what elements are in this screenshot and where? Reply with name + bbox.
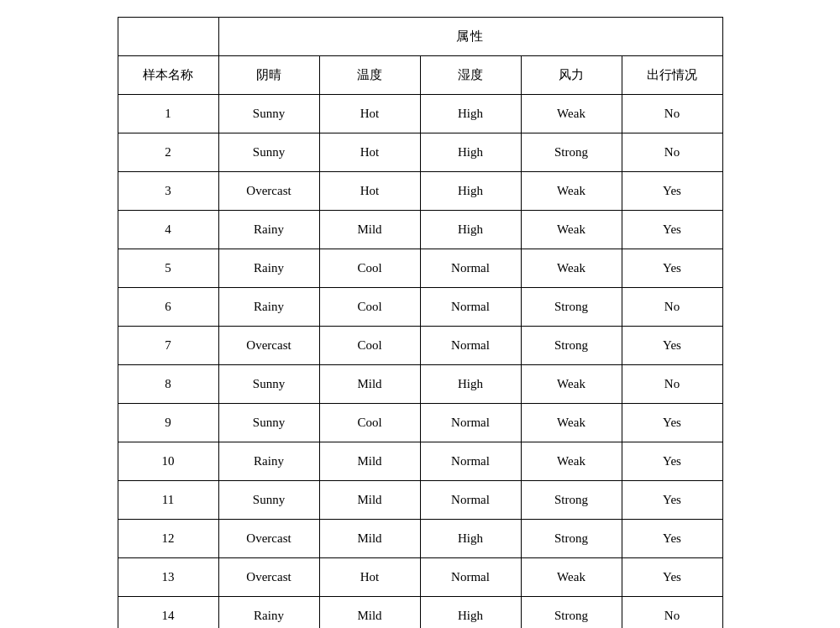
- table-row: 7OvercastCoolNormalStrongYes: [118, 327, 722, 365]
- table-row: 5RainyCoolNormalWeakYes: [118, 249, 722, 288]
- row-col2: Cool: [319, 249, 420, 288]
- data-table: 属性 样本名称 阴晴 温度 湿度 风力 出行情况 1SunnyHotHighWe…: [118, 17, 723, 628]
- row-col1: Overcast: [218, 327, 319, 365]
- row-id: 6: [118, 288, 218, 327]
- row-col1: Sunny: [218, 133, 319, 172]
- row-id: 11: [118, 481, 218, 520]
- row-col5: Yes: [622, 249, 722, 288]
- row-col4: Weak: [521, 442, 622, 481]
- row-id: 12: [118, 520, 218, 558]
- row-col1: Rainy: [218, 597, 319, 629]
- table-row: 11SunnyMildNormalStrongYes: [118, 481, 722, 520]
- row-col1: Sunny: [218, 481, 319, 520]
- table-row: 8SunnyMildHighWeakNo: [118, 365, 722, 404]
- row-col1: Rainy: [218, 442, 319, 481]
- row-col3: High: [420, 95, 521, 133]
- row-col4: Weak: [521, 95, 622, 133]
- row-col2: Cool: [319, 288, 420, 327]
- row-col4: Strong: [521, 288, 622, 327]
- row-col4: Weak: [521, 365, 622, 404]
- col2-header: 温度: [319, 56, 420, 95]
- row-col1: Overcast: [218, 558, 319, 597]
- table-row: 10RainyMildNormalWeakYes: [118, 442, 722, 481]
- row-col2: Hot: [319, 172, 420, 211]
- row-col5: Yes: [622, 327, 722, 365]
- row-col4: Strong: [521, 520, 622, 558]
- col1-header: 阴晴: [218, 56, 319, 95]
- table-row: 3OvercastHotHighWeakYes: [118, 172, 722, 211]
- row-id: 5: [118, 249, 218, 288]
- row-col3: High: [420, 365, 521, 404]
- row-col2: Cool: [319, 404, 420, 442]
- col5-header: 出行情况: [622, 56, 722, 95]
- row-col5: Yes: [622, 558, 722, 597]
- row-col3: Normal: [420, 404, 521, 442]
- row-col2: Cool: [319, 327, 420, 365]
- table-container: 属性 样本名称 阴晴 温度 湿度 风力 出行情况 1SunnyHotHighWe…: [101, 0, 740, 628]
- row-col3: High: [420, 133, 521, 172]
- row-col3: Normal: [420, 288, 521, 327]
- row-col3: Normal: [420, 442, 521, 481]
- row-id: 2: [118, 133, 218, 172]
- table-row: 12OvercastMildHighStrongYes: [118, 520, 722, 558]
- row-col1: Overcast: [218, 172, 319, 211]
- row-col2: Mild: [319, 365, 420, 404]
- col3-header: 湿度: [420, 56, 521, 95]
- table-row: 4RainyMildHighWeakYes: [118, 211, 722, 249]
- row-col2: Mild: [319, 597, 420, 629]
- row-col5: Yes: [622, 442, 722, 481]
- row-col2: Hot: [319, 133, 420, 172]
- table-row: 1SunnyHotHighWeakNo: [118, 95, 722, 133]
- row-col2: Hot: [319, 558, 420, 597]
- table-row: 6RainyCoolNormalStrongNo: [118, 288, 722, 327]
- table-row: 14RainyMildHighStrongNo: [118, 597, 722, 629]
- row-col3: High: [420, 520, 521, 558]
- title-row: 属性: [118, 18, 722, 56]
- row-col5: No: [622, 95, 722, 133]
- column-headers-row: 样本名称 阴晴 温度 湿度 风力 出行情况: [118, 56, 722, 95]
- row-col1: Rainy: [218, 211, 319, 249]
- row-col3: Normal: [420, 558, 521, 597]
- row-col2: Mild: [319, 520, 420, 558]
- empty-corner-cell: [118, 18, 218, 56]
- row-col1: Rainy: [218, 288, 319, 327]
- row-id: 13: [118, 558, 218, 597]
- row-col1: Overcast: [218, 520, 319, 558]
- row-col4: Strong: [521, 597, 622, 629]
- row-col5: Yes: [622, 520, 722, 558]
- row-col4: Weak: [521, 404, 622, 442]
- row-id: 3: [118, 172, 218, 211]
- row-id: 4: [118, 211, 218, 249]
- row-col1: Sunny: [218, 95, 319, 133]
- row-col2: Mild: [319, 211, 420, 249]
- row-col4: Strong: [521, 481, 622, 520]
- row-id: 8: [118, 365, 218, 404]
- row-col5: Yes: [622, 404, 722, 442]
- row-col4: Weak: [521, 249, 622, 288]
- row-col2: Mild: [319, 442, 420, 481]
- row-col3: High: [420, 597, 521, 629]
- row-id: 9: [118, 404, 218, 442]
- row-col1: Rainy: [218, 249, 319, 288]
- row-col5: Yes: [622, 211, 722, 249]
- row-col1: Sunny: [218, 404, 319, 442]
- row-id: 7: [118, 327, 218, 365]
- row-id: 14: [118, 597, 218, 629]
- row-col3: High: [420, 172, 521, 211]
- row-id: 1: [118, 95, 218, 133]
- row-col2: Hot: [319, 95, 420, 133]
- table-row: 13OvercastHotNormalWeakYes: [118, 558, 722, 597]
- row-col2: Mild: [319, 481, 420, 520]
- row-col4: Strong: [521, 133, 622, 172]
- row-col5: No: [622, 288, 722, 327]
- row-col4: Weak: [521, 211, 622, 249]
- row-col5: No: [622, 597, 722, 629]
- row-col3: Normal: [420, 481, 521, 520]
- row-col3: Normal: [420, 327, 521, 365]
- table-row: 2SunnyHotHighStrongNo: [118, 133, 722, 172]
- row-col5: No: [622, 133, 722, 172]
- row-col4: Weak: [521, 558, 622, 597]
- row-col5: Yes: [622, 172, 722, 211]
- sample-name-header: 样本名称: [118, 56, 218, 95]
- row-col3: High: [420, 211, 521, 249]
